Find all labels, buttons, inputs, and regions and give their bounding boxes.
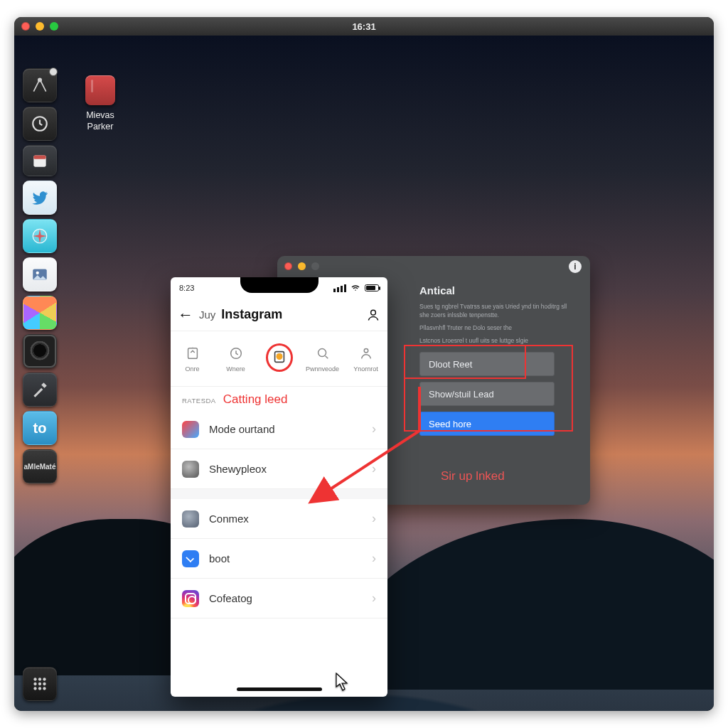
chevron-right-icon: › <box>372 551 376 566</box>
apps-grid-icon[interactable] <box>23 667 57 701</box>
svg-point-16 <box>43 687 46 690</box>
list-item-label: Conmex <box>209 513 249 525</box>
dock: to aMle Maté <box>18 64 61 704</box>
svg-point-11 <box>33 682 36 685</box>
instagram-icon <box>182 590 199 607</box>
dock-label: aMle <box>23 463 39 471</box>
minimize-icon[interactable] <box>36 22 44 31</box>
phone-simulator: 8:23 ← Juy Instagram Onre <box>171 277 387 697</box>
reet-button[interactable]: Dloot Reet <box>419 352 555 376</box>
tab-label: Wnere <box>226 365 245 373</box>
minimize-icon[interactable] <box>298 262 306 270</box>
svg-point-17 <box>371 310 376 315</box>
battery-icon <box>365 284 379 291</box>
list-item-shey[interactable]: Shewypleox › <box>171 449 387 489</box>
svg-point-23 <box>364 348 368 353</box>
zoom-icon[interactable] <box>50 22 58 31</box>
list-item-cofeatog[interactable]: Cofeatog › <box>171 579 387 619</box>
palette-icon <box>182 421 199 438</box>
status-time: 8:23 <box>179 284 194 292</box>
tab-active[interactable] <box>257 331 301 386</box>
svg-rect-20 <box>274 351 284 362</box>
wallpaper-hill <box>330 519 714 690</box>
tab-open[interactable]: Onre <box>171 331 214 386</box>
desktop-app-icon[interactable]: Mievas Parker <box>78 75 122 132</box>
tab-accounts[interactable]: Ynornrot <box>344 331 387 386</box>
profile-icon[interactable] <box>366 308 380 322</box>
screwdriver-icon[interactable] <box>23 373 57 407</box>
phone-tabs: Onre Wnere Pwnnveode <box>171 331 387 387</box>
list-item-label: Shewypleox <box>209 463 267 475</box>
wifi-icon <box>350 284 360 292</box>
tab-passwords[interactable]: Pwnnveode <box>301 331 344 386</box>
section-overline: RATESDA <box>182 397 216 405</box>
svg-rect-18 <box>188 348 197 358</box>
zoom-icon[interactable] <box>311 262 319 270</box>
panel-desc: Lstcnos Lroesrel t uufl uits se luttge s… <box>419 336 574 345</box>
info-icon[interactable]: i <box>569 260 582 273</box>
calendar-icon[interactable] <box>23 145 57 176</box>
signal-icon <box>333 284 346 292</box>
launcher-icon[interactable] <box>23 68 57 102</box>
sphere-icon <box>182 510 199 528</box>
dock-label: Maté <box>40 463 56 471</box>
close-icon[interactable] <box>21 22 30 31</box>
tab-label: Onre <box>185 365 199 373</box>
phone-header: ← Juy Instagram <box>171 299 387 331</box>
svg-point-9 <box>38 678 41 680</box>
seed-hore-button[interactable]: Seed hore <box>419 412 555 436</box>
phone-notch <box>240 277 318 293</box>
clock-icon[interactable] <box>23 107 57 141</box>
list-item-label: Cofeatog <box>209 592 252 604</box>
section-header: RATESDA Catting leed <box>171 387 387 410</box>
svg-point-8 <box>33 678 36 680</box>
show-lead-button[interactable]: Show/stuil Lead <box>419 382 555 406</box>
close-icon[interactable] <box>284 262 292 270</box>
chevron-right-icon: › <box>372 591 376 606</box>
svg-point-12 <box>38 682 41 685</box>
svg-rect-21 <box>277 354 282 358</box>
tab-where[interactable]: Wnere <box>214 331 257 386</box>
back-icon[interactable]: ← <box>178 306 193 324</box>
mate-icon[interactable]: aMle Maté <box>23 449 57 483</box>
tab-label: Ynornrot <box>353 365 378 373</box>
window-controls <box>21 22 58 31</box>
colors-icon[interactable] <box>23 296 57 330</box>
svg-point-7 <box>36 272 39 274</box>
sphere-icon <box>182 461 199 478</box>
panel-title: Antical <box>419 284 574 296</box>
panel-desc: Sues tg ngbrel Tvatrss sue yais Uried yn… <box>419 302 574 319</box>
safari-icon[interactable] <box>23 219 57 253</box>
desktop-icon-label: Mievas <box>78 109 122 121</box>
panel-buttons: Dloot Reet Show/stuil Lead Seed hore <box>419 352 555 436</box>
svg-point-14 <box>33 687 36 690</box>
svg-point-22 <box>318 348 326 356</box>
svg-rect-3 <box>33 155 46 159</box>
to-icon[interactable]: to <box>23 411 57 445</box>
chevron-right-icon: › <box>372 511 376 526</box>
svg-point-13 <box>43 682 46 685</box>
svg-point-10 <box>43 678 46 680</box>
panel-desc: Pllasvnhfl Truter ne Dolo seser the <box>419 323 574 332</box>
camera-icon[interactable] <box>23 334 57 368</box>
section-title: Catting leed <box>223 392 288 407</box>
header-title: Instagram <box>221 307 282 322</box>
home-indicator[interactable] <box>237 687 322 691</box>
list-separator <box>171 489 387 499</box>
svg-point-15 <box>38 687 41 690</box>
book-icon <box>85 75 115 105</box>
desktop-icon-label: Parker <box>78 121 122 132</box>
list-item-conmex[interactable]: Conmex › <box>171 499 387 539</box>
list-item-boot[interactable]: boot › <box>171 539 387 579</box>
check-icon <box>182 550 199 567</box>
header-prefix: Juy <box>199 309 215 321</box>
menubar-clock: 16:31 <box>352 21 375 32</box>
cursor-icon <box>336 673 348 691</box>
panel-titlebar <box>277 256 590 276</box>
list-item-mode[interactable]: Mode ourtand › <box>171 410 387 449</box>
list-item-label: boot <box>209 552 230 564</box>
twitter-icon[interactable] <box>23 181 57 215</box>
desktop: to aMle Maté Mievas Parker i Antic <box>14 36 714 711</box>
chevron-right-icon: › <box>372 422 376 437</box>
photos-icon[interactable] <box>23 257 57 291</box>
